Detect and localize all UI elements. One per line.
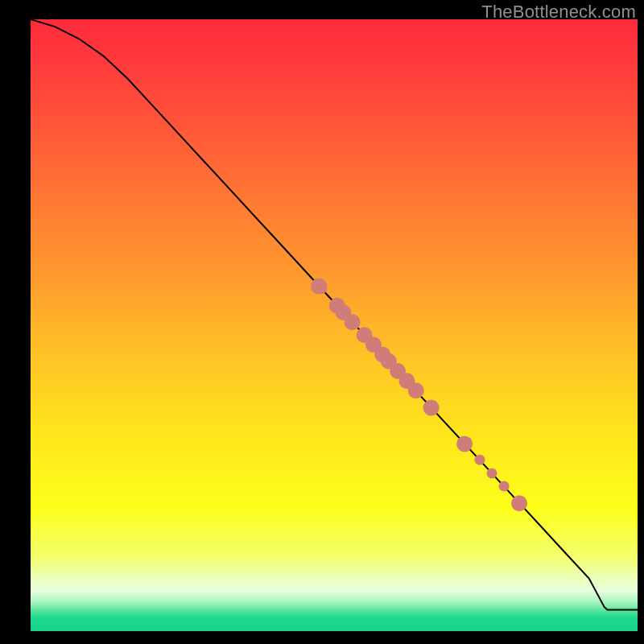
- highlight-point: [408, 382, 424, 398]
- bottleneck-chart: [0, 0, 644, 644]
- highlight-point: [345, 314, 361, 330]
- highlight-point: [316, 283, 327, 294]
- highlight-point: [499, 481, 510, 491]
- chart-container: TheBottleneck.com: [0, 0, 644, 644]
- highlight-point: [475, 455, 485, 465]
- highlight-point: [511, 495, 527, 511]
- svg-rect-1: [31, 19, 638, 631]
- highlight-point: [487, 468, 497, 478]
- highlight-point: [456, 436, 473, 452]
- highlight-point: [423, 400, 440, 416]
